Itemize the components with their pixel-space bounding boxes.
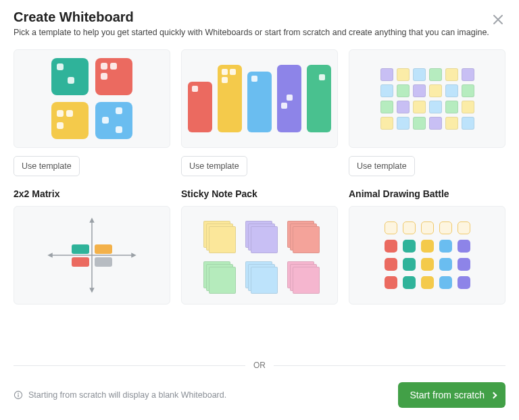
use-template-button[interactable]: Use template <box>14 156 80 176</box>
scratch-button-label: Start from scratch <box>410 390 485 400</box>
close-icon[interactable] <box>492 14 504 26</box>
template-preview[interactable] <box>14 206 170 305</box>
use-template-button[interactable]: Use template <box>181 156 247 176</box>
template-card: Use template 2x2 Matrix <box>14 49 170 305</box>
template-preview[interactable] <box>181 49 338 148</box>
chevron-right-icon <box>491 392 497 398</box>
matrix-icon <box>45 215 139 296</box>
template-preview[interactable] <box>181 206 338 305</box>
template-grid: Use template 2x2 Matrix <box>0 45 519 305</box>
template-title: Animal Drawing Battle <box>349 188 505 199</box>
or-label: OR <box>253 361 266 370</box>
template-card: Use template Sticky Note Pack <box>181 49 338 305</box>
dialog-footer: OR Starting from scratch will display a … <box>0 351 519 420</box>
scratch-note-text: Starting from scratch will display a bla… <box>28 390 226 400</box>
template-preview[interactable] <box>349 206 505 305</box>
or-divider: OR <box>14 361 505 370</box>
info-icon <box>14 390 23 400</box>
dialog-header: Create Whiteboard <box>0 0 519 28</box>
dialog-subtitle: Pick a template to help you get started … <box>0 28 519 45</box>
color-bars-icon <box>188 65 331 132</box>
scratch-note: Starting from scratch will display a bla… <box>14 390 226 400</box>
template-preview[interactable] <box>349 49 505 148</box>
sticky-stacks-icon <box>203 221 316 290</box>
color-grid-icon <box>380 68 474 130</box>
color-dot-grid-icon <box>385 221 470 289</box>
template-card: Use template Animal Drawing Battle <box>349 49 505 305</box>
svg-rect-4 <box>18 394 18 397</box>
svg-point-3 <box>18 393 19 394</box>
start-from-scratch-button[interactable]: Start from scratch <box>398 382 505 408</box>
use-template-button[interactable]: Use template <box>349 156 415 176</box>
template-title: Sticky Note Pack <box>181 188 338 199</box>
four-squares-icon <box>51 58 132 139</box>
dialog-title: Create Whiteboard <box>14 9 505 25</box>
template-preview[interactable] <box>14 49 170 148</box>
template-title: 2x2 Matrix <box>14 188 170 199</box>
scroll-fade <box>0 313 519 347</box>
